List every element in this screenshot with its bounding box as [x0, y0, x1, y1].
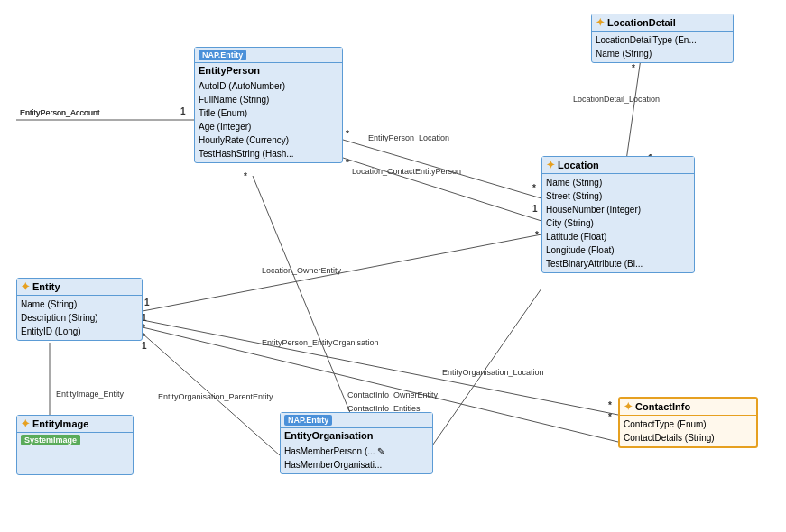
- mult-ep-entityorg-star: *: [244, 171, 247, 181]
- entity-body-contactinfo: ContactType (Enum) ContactDetails (Strin…: [620, 416, 756, 446]
- entity-header-locationdetail: ✦ LocationDetail: [592, 14, 733, 32]
- mult-location-owner-1: 1: [144, 298, 150, 307]
- mult-entity-1d: 1: [142, 341, 147, 351]
- entity-title-location: Location: [558, 160, 599, 170]
- entity-header-contactinfo: ✦ ContactInfo: [620, 399, 756, 416]
- entity-header-entity: ✦ Entity: [17, 279, 142, 296]
- badge-nap-entity: NAP.Entity: [199, 50, 246, 60]
- rel-label-location-contact: Location_ContactEntityPerson: [352, 167, 461, 176]
- field-loc-longitude: Longitude (Float): [546, 243, 690, 257]
- mult-contactinfo-star: *: [608, 400, 612, 410]
- entity-body-location: Name (String) Street (String) HouseNumbe…: [542, 174, 694, 272]
- field-loc-city: City (String): [546, 216, 690, 230]
- entity-box-entityperson[interactable]: NAP.Entity EntityPerson AutoID (AutoNumb…: [194, 47, 343, 163]
- star-icon-contactinfo: ✦: [624, 400, 633, 413]
- star-icon-entity: ✦: [21, 280, 30, 293]
- field-entityid: EntityID (Long): [21, 325, 138, 338]
- entity-title-entityimage: EntityImage: [32, 418, 88, 429]
- entity-header-entityimage: ✦ EntityImage: [17, 416, 133, 433]
- entity-body-locationdetail: LocationDetailType (En... Name (String): [592, 32, 733, 62]
- field-hourlyrate: HourlyRate (Currency): [199, 133, 338, 147]
- rel-label-entityorg-parent: EntityOrganisation_ParentEntity: [158, 392, 273, 401]
- field-loc-testbinary: TestBinaryAttribute (Bi...: [546, 257, 690, 271]
- mult-ep-location-1: *: [346, 129, 349, 139]
- entity-title-entityorg: EntityOrganisation: [281, 428, 432, 443]
- mult-location-contact-star: 1: [532, 204, 538, 214]
- field-contactdetails: ContactDetails (String): [624, 431, 753, 445]
- svg-line-4: [143, 234, 541, 311]
- mult-locationdetail-star: *: [632, 63, 635, 73]
- star-icon-locationdetail: ✦: [596, 16, 605, 29]
- entity-box-location[interactable]: ✦ Location Name (String) Street (String)…: [541, 156, 695, 273]
- rel-label-ep-account: EntityPerson_Account: [20, 108, 100, 117]
- rel-label-ep-location: EntityPerson_Location: [368, 133, 449, 142]
- mult-location-owner-star: *: [535, 230, 539, 240]
- entity-box-entityimage[interactable]: ✦ EntityImage SystemImage: [16, 415, 134, 475]
- field-loc-housenumber: HouseNumber (Integer): [546, 203, 690, 216]
- entity-header-location: ✦ Location: [542, 157, 694, 174]
- entity-title-contactinfo: ContactInfo: [635, 401, 690, 412]
- star-icon-location: ✦: [546, 159, 555, 171]
- mult-location-contact-1: *: [346, 158, 349, 168]
- entity-body-entityorg: HasMemberPerson (... ✎ HasMemberOrganisa…: [281, 443, 432, 473]
- entity-box-contactinfo[interactable]: ✦ ContactInfo ContactType (Enum) Contact…: [618, 397, 758, 448]
- field-loc-name: Name (String): [546, 176, 690, 189]
- svg-line-5: [253, 176, 355, 424]
- mult-ep-account-1: 1: [180, 106, 186, 116]
- field-fullname: FullName (String): [199, 93, 338, 106]
- rel-label-contactinfo-owner: ContactInfo_OwnerEntity: [347, 390, 438, 399]
- entity-title-entity: Entity: [32, 281, 60, 292]
- entity-header-entityorg: NAP.Entity: [281, 413, 432, 428]
- field-age: Age (Integer): [199, 120, 338, 133]
- entity-title-entityperson: EntityPerson: [195, 63, 342, 78]
- field-autoid: AutoID (AutoNumber): [199, 79, 338, 93]
- entity-box-entityorg[interactable]: NAP.Entity EntityOrganisation HasMemberP…: [280, 412, 433, 474]
- entity-badge-area: SystemImage: [17, 433, 133, 447]
- field-loc-street: Street (String): [546, 189, 690, 203]
- entity-body-entity: Name (String) Description (String) Entit…: [17, 296, 142, 340]
- diagram: EntityPerson_Account EntityPerson_Accoun…: [0, 0, 786, 532]
- star-icon-entityimage: ✦: [21, 417, 30, 430]
- field-name: Name (String): [21, 298, 138, 311]
- entity-body-entityimage: [17, 447, 133, 474]
- field-hasmemberperson: HasMemberPerson (... ✎: [284, 445, 429, 458]
- field-locationdetail-name: Name (String): [596, 47, 729, 60]
- field-loc-latitude: Latitude (Float): [546, 230, 690, 243]
- rel-label-entityimage-entity: EntityImage_Entity: [56, 390, 124, 399]
- field-hasmemberorg: HasMemberOrganisati...: [284, 458, 429, 472]
- mult-ep-location-star: *: [532, 183, 536, 193]
- entity-box-locationdetail[interactable]: ✦ LocationDetail LocationDetailType (En.…: [591, 14, 734, 63]
- field-contacttype: ContactType (Enum): [624, 417, 753, 431]
- rel-label-location-owner: Location_OwnerEntity: [262, 266, 341, 275]
- entity-body-entityperson: AutoID (AutoNumber) FullName (String) Ti…: [195, 78, 342, 162]
- mult-contactinfo-star2: *: [608, 412, 612, 422]
- entity-box-entity[interactable]: ✦ Entity Name (String) Description (Stri…: [16, 278, 143, 341]
- rel-label-locationdetail-location: LocationDetail_Location: [573, 95, 660, 104]
- entity-title-locationdetail: LocationDetail: [607, 17, 676, 28]
- badge-nap-entity-org: NAP.Entity: [284, 415, 332, 426]
- field-testhash: TestHashString (Hash...: [199, 147, 338, 161]
- svg-line-3: [625, 59, 641, 167]
- rel-label-entityorg-location: EntityOrganisation_Location: [442, 368, 544, 377]
- field-title: Title (Enum): [199, 106, 338, 120]
- field-locationdetailtype: LocationDetailType (En...: [596, 33, 729, 47]
- rel-label-ep-entityorg: EntityPerson_EntityOrganisation: [262, 338, 379, 347]
- field-description: Description (String): [21, 311, 138, 325]
- badge-systemimage: SystemImage: [21, 435, 80, 445]
- entity-header-entityperson: NAP.Entity: [195, 48, 342, 63]
